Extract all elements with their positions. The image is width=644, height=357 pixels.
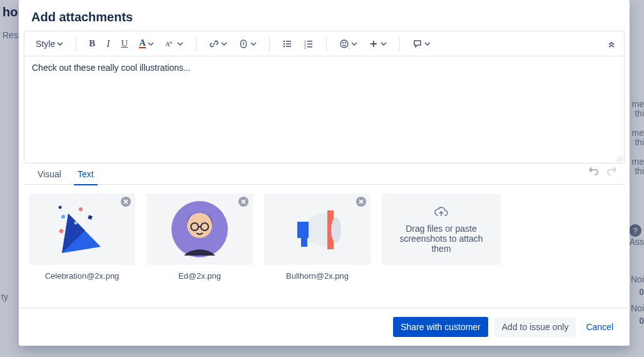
numbered-list-button[interactable]: 123 bbox=[300, 34, 317, 53]
attachment-filename: Celebration@2x.png bbox=[45, 271, 120, 281]
link-icon bbox=[209, 39, 219, 49]
svg-point-5 bbox=[284, 45, 285, 47]
add-attachments-modal: Add attachments Style B I U A Aa bbox=[19, 0, 630, 346]
chevron-down-icon bbox=[221, 39, 227, 49]
bold-button[interactable]: B bbox=[85, 34, 99, 53]
bold-icon: B bbox=[89, 38, 95, 49]
chevron-down-icon bbox=[424, 39, 431, 49]
editor-textarea[interactable]: Check out these really cool illustration… bbox=[24, 56, 624, 163]
text-color-button[interactable]: A bbox=[135, 34, 158, 53]
chevron-down-icon bbox=[381, 39, 387, 49]
svg-point-25 bbox=[74, 222, 78, 225]
resize-handle[interactable] bbox=[615, 154, 623, 162]
svg-point-16 bbox=[343, 42, 344, 43]
attachment-card[interactable]: Celebration@2x.png bbox=[29, 194, 135, 281]
canned-response-button[interactable] bbox=[409, 34, 434, 53]
modal-title: Add attachments bbox=[31, 10, 617, 24]
svg-point-3 bbox=[284, 40, 285, 42]
attachment-filename: Ed@2x.png bbox=[178, 271, 221, 281]
avatar-illustration bbox=[168, 198, 231, 261]
svg-rect-7 bbox=[286, 43, 291, 44]
modal-footer: Share with customer Add to issue only Ca… bbox=[19, 308, 630, 346]
svg-text:3: 3 bbox=[304, 46, 306, 49]
more-formatting-icon: Aa bbox=[165, 39, 175, 49]
svg-point-37 bbox=[331, 217, 341, 242]
plus-icon bbox=[369, 39, 379, 49]
dropzone[interactable]: Drag files or paste screenshots to attac… bbox=[382, 194, 501, 265]
tab-visual[interactable]: Visual bbox=[34, 165, 65, 185]
underline-icon: U bbox=[121, 38, 128, 49]
double-chevron-up-icon bbox=[606, 39, 616, 49]
insert-button[interactable] bbox=[365, 34, 391, 53]
bullhorn-illustration bbox=[286, 198, 349, 261]
speech-bubble-icon bbox=[412, 39, 422, 49]
svg-text:a: a bbox=[170, 40, 172, 44]
collapse-toolbar-button[interactable] bbox=[603, 34, 620, 53]
chevron-down-icon bbox=[351, 39, 357, 49]
numbered-list-icon: 123 bbox=[304, 39, 314, 49]
editor-toolbar: Style B I U A Aa bbox=[24, 31, 624, 56]
paperclip-icon bbox=[238, 39, 248, 49]
attachment-thumbnail bbox=[146, 194, 253, 265]
share-with-customer-button[interactable]: Share with customer bbox=[393, 317, 488, 337]
svg-rect-38 bbox=[301, 238, 307, 247]
emoji-button[interactable] bbox=[335, 34, 361, 53]
svg-rect-6 bbox=[286, 41, 291, 42]
svg-point-17 bbox=[345, 42, 346, 43]
emoji-icon bbox=[339, 39, 349, 49]
link-button[interactable] bbox=[205, 34, 231, 53]
attachment-card[interactable]: Bullhorn@2x.png bbox=[264, 194, 371, 281]
undo-icon[interactable] bbox=[588, 166, 600, 177]
svg-point-26 bbox=[59, 206, 62, 209]
attachment-thumbnail bbox=[29, 194, 135, 265]
chevron-down-icon bbox=[148, 39, 154, 49]
dropzone-text: Drag files or paste screenshots to attac… bbox=[393, 224, 489, 254]
remove-attachment-button[interactable] bbox=[238, 196, 249, 207]
svg-rect-13 bbox=[307, 43, 312, 44]
svg-rect-14 bbox=[307, 46, 312, 48]
attachment-card[interactable]: Ed@2x.png bbox=[146, 194, 253, 281]
bullet-list-button[interactable] bbox=[279, 34, 296, 53]
bullet-list-icon bbox=[282, 39, 292, 49]
chevron-down-icon bbox=[57, 39, 63, 49]
tab-text[interactable]: Text bbox=[74, 165, 98, 185]
editor-tabs: Visual Text bbox=[24, 163, 625, 185]
attachment-filename: Bullhorn@2x.png bbox=[286, 271, 349, 281]
style-dropdown[interactable]: Style bbox=[32, 34, 67, 53]
upload-cloud-icon bbox=[434, 205, 449, 220]
underline-button[interactable]: U bbox=[117, 34, 131, 53]
attachments-list: Celebration@2x.png Ed@2x.png bbox=[19, 185, 630, 284]
modal-header: Add attachments bbox=[19, 0, 630, 31]
svg-point-22 bbox=[79, 207, 83, 211]
more-formatting-button[interactable]: Aa bbox=[161, 34, 187, 53]
redo-icon[interactable] bbox=[606, 166, 617, 177]
editor-content: Check out these really cool illustration… bbox=[32, 63, 191, 73]
svg-rect-8 bbox=[286, 46, 291, 47]
attachment-thumbnail bbox=[264, 194, 371, 265]
svg-rect-24 bbox=[59, 229, 64, 234]
remove-attachment-button[interactable] bbox=[120, 196, 131, 207]
chevron-down-icon bbox=[177, 39, 183, 49]
svg-rect-23 bbox=[88, 215, 93, 220]
remove-attachment-button[interactable] bbox=[355, 196, 367, 207]
svg-rect-12 bbox=[307, 41, 312, 42]
svg-point-21 bbox=[61, 215, 65, 219]
style-label: Style bbox=[36, 39, 55, 49]
editor: Style B I U A Aa bbox=[24, 31, 625, 163]
attachment-button[interactable] bbox=[235, 34, 260, 53]
text-color-icon: A bbox=[139, 39, 146, 48]
cancel-button[interactable]: Cancel bbox=[582, 317, 617, 337]
svg-point-15 bbox=[340, 40, 348, 48]
svg-rect-34 bbox=[297, 222, 309, 238]
chevron-down-icon bbox=[250, 39, 257, 49]
add-to-issue-only-button[interactable]: Add to issue only bbox=[494, 317, 576, 337]
italic-icon: I bbox=[106, 38, 110, 49]
celebration-illustration bbox=[51, 198, 113, 261]
italic-button[interactable]: I bbox=[103, 34, 113, 53]
svg-point-4 bbox=[284, 43, 285, 44]
